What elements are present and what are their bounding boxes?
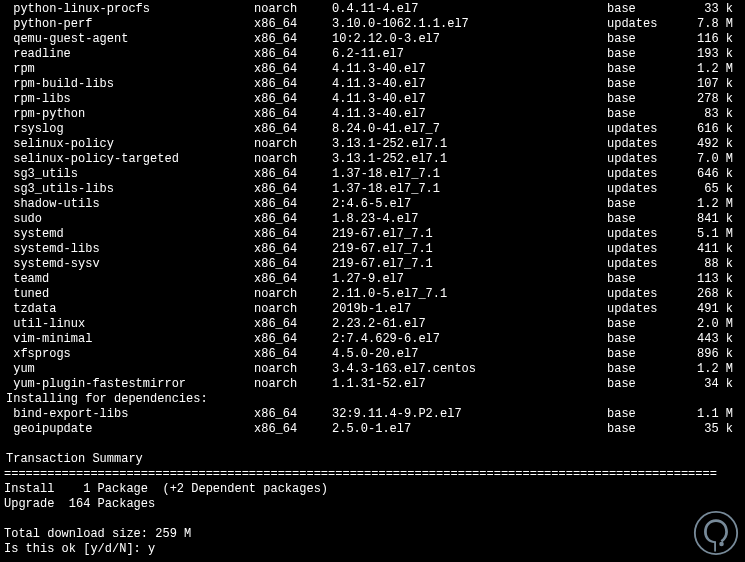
blank-line-2 bbox=[4, 512, 741, 527]
package-row: readlinex86_646.2-11.el7base193 k bbox=[4, 47, 741, 62]
package-repo: base bbox=[607, 332, 692, 347]
package-row: tzdatanoarch2019b-1.el7updates491 k bbox=[4, 302, 741, 317]
package-version: 1.1.31-52.el7 bbox=[332, 377, 607, 392]
package-repo: updates bbox=[607, 122, 692, 137]
package-name: rpm-libs bbox=[4, 92, 254, 107]
package-arch: x86_64 bbox=[254, 197, 332, 212]
package-arch: noarch bbox=[254, 287, 332, 302]
package-arch: noarch bbox=[254, 377, 332, 392]
package-repo: base bbox=[607, 317, 692, 332]
package-name: shadow-utils bbox=[4, 197, 254, 212]
package-repo: base bbox=[607, 107, 692, 122]
package-version: 1.27-9.el7 bbox=[332, 272, 607, 287]
package-row: yumnoarch3.4.3-163.el7.centosbase1.2 M bbox=[4, 362, 741, 377]
package-size: 113 k bbox=[692, 272, 737, 287]
package-repo: updates bbox=[607, 167, 692, 182]
package-version: 4.11.3-40.el7 bbox=[332, 62, 607, 77]
download-size: Total download size: 259 M bbox=[4, 527, 741, 542]
package-version: 2:4.6-5.el7 bbox=[332, 197, 607, 212]
package-arch: x86_64 bbox=[254, 92, 332, 107]
package-arch: x86_64 bbox=[254, 227, 332, 242]
package-repo: base bbox=[607, 212, 692, 227]
package-arch: x86_64 bbox=[254, 17, 332, 32]
package-repo: base bbox=[607, 32, 692, 47]
package-version: 3.4.3-163.el7.centos bbox=[332, 362, 607, 377]
package-size: 491 k bbox=[692, 302, 737, 317]
package-size: 443 k bbox=[692, 332, 737, 347]
package-repo: updates bbox=[607, 302, 692, 317]
package-size: 107 k bbox=[692, 77, 737, 92]
package-name: selinux-policy bbox=[4, 137, 254, 152]
package-arch: x86_64 bbox=[254, 32, 332, 47]
package-name: systemd bbox=[4, 227, 254, 242]
package-arch: x86_64 bbox=[254, 122, 332, 137]
package-row: xfsprogsx86_644.5.0-20.el7base896 k bbox=[4, 347, 741, 362]
upgrade-summary: Upgrade 164 Packages bbox=[4, 497, 741, 512]
package-name: qemu-guest-agent bbox=[4, 32, 254, 47]
package-size: 1.1 M bbox=[692, 407, 737, 422]
package-row: rpm-build-libsx86_644.11.3-40.el7base107… bbox=[4, 77, 741, 92]
package-arch: x86_64 bbox=[254, 422, 332, 437]
deps-header: Installing for dependencies: bbox=[4, 392, 741, 407]
package-version: 2.5.0-1.el7 bbox=[332, 422, 607, 437]
package-repo: updates bbox=[607, 182, 692, 197]
package-repo: base bbox=[607, 77, 692, 92]
package-row: systemdx86_64219-67.el7_7.1updates5.1 M bbox=[4, 227, 741, 242]
package-size: 268 k bbox=[692, 287, 737, 302]
package-size: 2.0 M bbox=[692, 317, 737, 332]
package-arch: x86_64 bbox=[254, 77, 332, 92]
package-arch: noarch bbox=[254, 302, 332, 317]
summary-title: Transaction Summary bbox=[4, 452, 741, 467]
package-arch: x86_64 bbox=[254, 107, 332, 122]
package-name: yum-plugin-fastestmirror bbox=[4, 377, 254, 392]
package-row: shadow-utilsx86_642:4.6-5.el7base1.2 M bbox=[4, 197, 741, 212]
package-version: 10:2.12.0-3.el7 bbox=[332, 32, 607, 47]
package-row: yum-plugin-fastestmirrornoarch1.1.31-52.… bbox=[4, 377, 741, 392]
package-repo: base bbox=[607, 272, 692, 287]
package-row: python-linux-procfsnoarch0.4.11-4.el7bas… bbox=[4, 2, 741, 17]
package-version: 0.4.11-4.el7 bbox=[332, 2, 607, 17]
package-row: sudox86_641.8.23-4.el7base841 k bbox=[4, 212, 741, 227]
package-size: 65 k bbox=[692, 182, 737, 197]
package-version: 6.2-11.el7 bbox=[332, 47, 607, 62]
package-row: systemd-libsx86_64219-67.el7_7.1updates4… bbox=[4, 242, 741, 257]
package-arch: x86_64 bbox=[254, 182, 332, 197]
package-version: 1.37-18.el7_7.1 bbox=[332, 167, 607, 182]
package-name: sudo bbox=[4, 212, 254, 227]
package-row: geoipupdatex86_642.5.0-1.el7base35 k bbox=[4, 422, 741, 437]
package-size: 7.8 M bbox=[692, 17, 737, 32]
package-size: 896 k bbox=[692, 347, 737, 362]
package-version: 4.5.0-20.el7 bbox=[332, 347, 607, 362]
package-version: 4.11.3-40.el7 bbox=[332, 92, 607, 107]
package-arch: x86_64 bbox=[254, 347, 332, 362]
package-size: 35 k bbox=[692, 422, 737, 437]
package-repo: base bbox=[607, 362, 692, 377]
package-row: rpm-libsx86_644.11.3-40.el7base278 k bbox=[4, 92, 741, 107]
package-row: sg3_utilsx86_641.37-18.el7_7.1updates646… bbox=[4, 167, 741, 182]
package-arch: x86_64 bbox=[254, 167, 332, 182]
package-arch: x86_64 bbox=[254, 407, 332, 422]
package-version: 4.11.3-40.el7 bbox=[332, 77, 607, 92]
package-version: 2:7.4.629-6.el7 bbox=[332, 332, 607, 347]
package-arch: x86_64 bbox=[254, 257, 332, 272]
package-row: teamdx86_641.27-9.el7base113 k bbox=[4, 272, 741, 287]
svg-point-1 bbox=[719, 542, 724, 547]
package-row: selinux-policynoarch3.13.1-252.el7.1upda… bbox=[4, 137, 741, 152]
package-version: 2.11.0-5.el7_7.1 bbox=[332, 287, 607, 302]
package-repo: updates bbox=[607, 257, 692, 272]
package-version: 1.8.23-4.el7 bbox=[332, 212, 607, 227]
package-repo: base bbox=[607, 347, 692, 362]
package-size: 278 k bbox=[692, 92, 737, 107]
package-row: bind-export-libsx86_6432:9.11.4-9.P2.el7… bbox=[4, 407, 741, 422]
package-name: rpm-build-libs bbox=[4, 77, 254, 92]
package-size: 1.2 M bbox=[692, 362, 737, 377]
package-row: tunednoarch2.11.0-5.el7_7.1updates268 k bbox=[4, 287, 741, 302]
package-repo: base bbox=[607, 407, 692, 422]
package-size: 193 k bbox=[692, 47, 737, 62]
confirm-prompt[interactable]: Is this ok [y/d/N]: y bbox=[4, 542, 741, 557]
package-name: bind-export-libs bbox=[4, 407, 254, 422]
package-size: 88 k bbox=[692, 257, 737, 272]
watermark-icon bbox=[693, 510, 739, 556]
package-row: rpm-pythonx86_644.11.3-40.el7base83 k bbox=[4, 107, 741, 122]
package-name: selinux-policy-targeted bbox=[4, 152, 254, 167]
